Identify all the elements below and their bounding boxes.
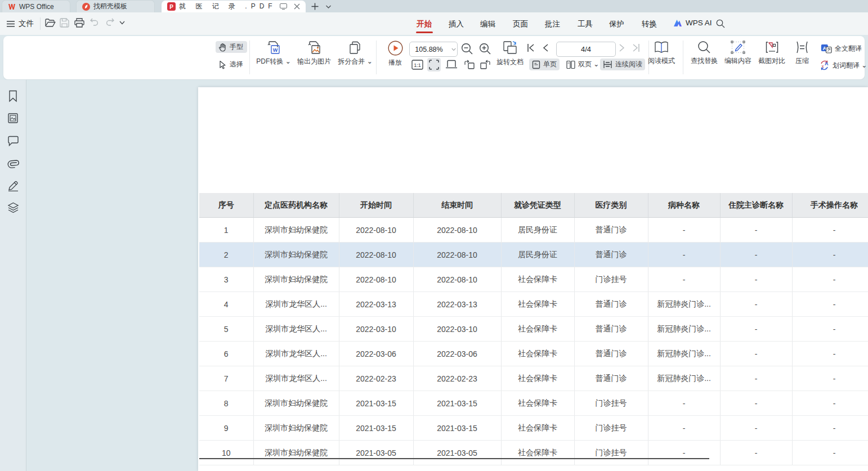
table-cell: 普通门诊 xyxy=(574,218,648,243)
sign-icon[interactable] xyxy=(7,180,19,191)
hand-icon xyxy=(218,43,227,52)
table-cell: 2022-03-10 xyxy=(413,317,501,342)
thumbnail-icon[interactable] xyxy=(7,113,19,124)
table-cell: - xyxy=(648,391,720,416)
table-cell: 深圳市妇幼保健院 xyxy=(253,243,339,267)
zoom-level-combo[interactable] xyxy=(409,42,458,57)
wps-ai-logo-icon xyxy=(673,19,682,27)
new-tab-icon[interactable] xyxy=(311,3,319,10)
select-tool-button[interactable]: 选择 xyxy=(216,59,247,70)
fit-page-button[interactable] xyxy=(427,58,441,71)
menu-search-icon[interactable] xyxy=(716,19,725,28)
menu-item-protect[interactable]: 保护 xyxy=(609,19,624,29)
word-translate-button[interactable]: x A 划词翻译 ⌄ xyxy=(816,59,868,71)
tab-wps-office[interactable]: WPS Office xyxy=(2,0,70,12)
save-icon[interactable] xyxy=(60,18,69,28)
continuous-read-button[interactable]: 连续阅读 xyxy=(600,59,645,70)
last-page-button[interactable] xyxy=(632,43,641,52)
full-translate-label: 全文翻译 xyxy=(835,44,862,53)
monitor-icon[interactable] xyxy=(280,3,287,10)
tab-docer[interactable]: 找稻壳模板 xyxy=(76,0,155,12)
menu-bar: 文件 开始 插入 编辑 页面 批注 工具 保护 转换 WPS AI xyxy=(0,12,868,35)
column-header: 序号 xyxy=(199,193,253,218)
table-cell: 深圳市妇幼保健院 xyxy=(253,441,339,465)
read-mode-button[interactable]: 阅读模式 xyxy=(645,41,678,66)
previous-page-button[interactable] xyxy=(542,43,549,52)
divider xyxy=(683,41,683,74)
table-cell: 2022-03-06 xyxy=(339,342,413,366)
table-cell: 2021-03-05 xyxy=(413,441,501,465)
edit-content-button[interactable]: 编辑内容 xyxy=(722,41,754,66)
table-cell: 2021-03-15 xyxy=(339,391,413,416)
redo-icon[interactable] xyxy=(105,18,114,26)
pdf-convert-button[interactable]: W PDF转换 ⌄ xyxy=(253,41,294,66)
table-cell: 深圳市妇幼保健院 xyxy=(253,267,339,292)
comment-icon[interactable] xyxy=(7,136,19,146)
menu-item-edit[interactable]: 编辑 xyxy=(480,19,495,29)
wps-ai-label: WPS AI xyxy=(686,19,712,27)
split-merge-button[interactable]: 拆分合并 ⌄ xyxy=(334,41,376,66)
table-cell: 社会保障卡 xyxy=(501,342,574,366)
open-file-icon[interactable] xyxy=(45,18,56,28)
zoom-in-button[interactable] xyxy=(479,43,491,55)
table-cell: - xyxy=(720,416,792,441)
table-row: 5深圳市龙华区人...2022-03-102022-03-10社会保障卡普通门诊… xyxy=(199,317,868,342)
close-icon[interactable] xyxy=(294,3,300,10)
zoom-out-button[interactable] xyxy=(461,43,473,55)
split-merge-icon xyxy=(348,41,362,55)
layers-icon[interactable] xyxy=(7,202,19,213)
zoom-chevron-icon[interactable] xyxy=(451,47,456,52)
rotate-left-button[interactable] xyxy=(464,60,475,70)
table-cell: 深圳市龙华区人... xyxy=(253,366,339,391)
hand-tool-button[interactable]: 手型 xyxy=(216,41,247,53)
table-cell: 门诊挂号 xyxy=(574,391,648,416)
menu-item-wps-ai[interactable]: WPS AI xyxy=(673,19,712,27)
first-page-button[interactable] xyxy=(526,43,535,52)
screenshot-compare-button[interactable]: 截图对比 xyxy=(755,41,788,66)
table-cell: 3 xyxy=(199,267,253,292)
table-cell: 社会保障卡 xyxy=(501,391,574,416)
menu-item-home[interactable]: 开始 xyxy=(417,19,432,29)
fit-width-button[interactable] xyxy=(445,59,458,69)
table-cell: - xyxy=(648,416,720,441)
find-replace-button[interactable]: 查找替换 xyxy=(688,41,721,66)
rotate-document-icon xyxy=(502,41,518,55)
menu-item-tools[interactable]: 工具 xyxy=(578,19,593,29)
menu-item-insert[interactable]: 插入 xyxy=(449,19,464,29)
svg-text:1:1: 1:1 xyxy=(414,62,421,68)
tab-list-chevron-icon[interactable] xyxy=(325,5,332,9)
table-cell: - xyxy=(720,342,792,366)
rotate-document-button[interactable]: 旋转文档 xyxy=(494,41,526,67)
single-page-button[interactable]: 单页 xyxy=(529,59,560,70)
medical-records-table: 序号定点医药机构名称开始时间结束时间就诊凭证类型医疗类别病种名称住院主诊断名称手… xyxy=(199,193,868,465)
bookmark-icon[interactable] xyxy=(7,90,19,102)
attachment-icon[interactable] xyxy=(7,158,19,169)
compress-button[interactable]: 压缩 xyxy=(791,41,813,66)
tab-active-document[interactable]: P 就 医 记 录 .PDF xyxy=(162,1,306,12)
table-cell: 2022-08-10 xyxy=(339,243,413,267)
column-header: 医疗类别 xyxy=(574,193,648,218)
play-button[interactable]: 播放 xyxy=(382,41,409,68)
file-menu-button[interactable]: 文件 xyxy=(7,19,34,29)
menu-item-convert[interactable]: 转换 xyxy=(642,19,657,29)
page-number-input[interactable] xyxy=(556,42,616,57)
menu-item-page[interactable]: 页面 xyxy=(513,19,528,29)
export-image-button[interactable]: 输出为图片 xyxy=(293,41,335,66)
next-page-button[interactable] xyxy=(619,43,625,52)
actual-size-button[interactable]: 1:1 xyxy=(411,59,423,70)
zoom-level-input[interactable] xyxy=(411,45,447,54)
rotate-right-button[interactable] xyxy=(480,60,491,70)
double-page-button[interactable]: 双页 ⌄ xyxy=(563,59,602,70)
single-page-icon xyxy=(532,60,540,69)
table-cell: 社会保障卡 xyxy=(501,416,574,441)
table-cell: 深圳市龙华区人... xyxy=(253,342,339,366)
table-cell: 2022-03-10 xyxy=(339,317,413,342)
table-cell: - xyxy=(792,292,868,317)
full-translate-button[interactable]: A 全文翻译 xyxy=(818,43,865,55)
quick-access-chevron-icon[interactable] xyxy=(119,21,125,25)
menu-item-annotate[interactable]: 批注 xyxy=(545,19,560,29)
undo-icon[interactable] xyxy=(90,18,100,26)
print-icon[interactable] xyxy=(74,18,84,28)
screenshot-compare-icon xyxy=(765,41,779,54)
table-cell: - xyxy=(792,391,868,416)
